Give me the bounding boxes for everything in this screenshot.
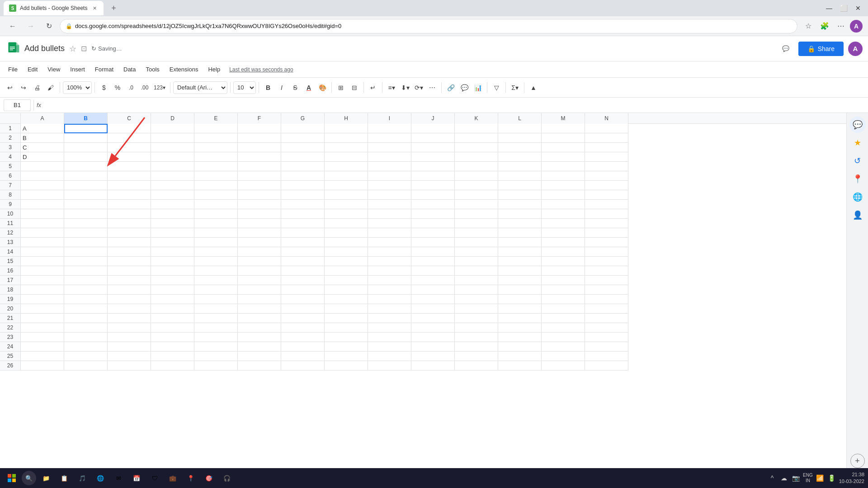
menu-format[interactable]: Format <box>90 64 118 75</box>
row-header-11[interactable]: 11 <box>0 219 21 228</box>
cell-F4[interactable] <box>238 152 281 162</box>
col-header-H[interactable]: H <box>325 113 368 124</box>
cell-E15[interactable] <box>194 257 238 266</box>
cell-K26[interactable] <box>455 361 498 371</box>
row-header-23[interactable]: 23 <box>0 333 21 342</box>
cell-H16[interactable] <box>325 266 368 276</box>
cell-I5[interactable] <box>368 162 411 171</box>
cell-I14[interactable] <box>368 247 411 257</box>
cell-K3[interactable] <box>455 143 498 152</box>
cell-G1[interactable] <box>281 124 325 133</box>
cell-H4[interactable] <box>325 152 368 162</box>
cell-K25[interactable] <box>455 352 498 361</box>
row-header-8[interactable]: 8 <box>0 190 21 200</box>
cell-J16[interactable] <box>411 266 455 276</box>
row-header-3[interactable]: 3 <box>0 143 21 152</box>
cell-F17[interactable] <box>238 276 281 285</box>
cell-A21[interactable] <box>21 314 64 323</box>
cell-F20[interactable] <box>238 304 281 314</box>
cell-B10[interactable] <box>64 209 108 219</box>
cell-I23[interactable] <box>368 333 411 342</box>
cell-F2[interactable] <box>238 133 281 143</box>
cell-N5[interactable] <box>585 162 628 171</box>
cell-K10[interactable] <box>455 209 498 219</box>
cell-N10[interactable] <box>585 209 628 219</box>
cell-L15[interactable] <box>498 257 542 266</box>
cell-A22[interactable] <box>21 323 64 333</box>
cell-H20[interactable] <box>325 304 368 314</box>
cell-L19[interactable] <box>498 295 542 304</box>
cell-B15[interactable] <box>64 257 108 266</box>
cell-D24[interactable] <box>151 342 194 352</box>
row-header-22[interactable]: 22 <box>0 323 21 333</box>
cell-J23[interactable] <box>411 333 455 342</box>
menu-extensions[interactable]: Extensions <box>165 64 203 75</box>
row-header-14[interactable]: 14 <box>0 247 21 257</box>
row-header-9[interactable]: 9 <box>0 200 21 209</box>
cell-J25[interactable] <box>411 352 455 361</box>
taskbar-office-icon[interactable]: 💼 <box>165 470 181 486</box>
sidebar-profile-icon[interactable]: 👤 <box>849 207 866 223</box>
cell-N14[interactable] <box>585 247 628 257</box>
row-header-10[interactable]: 10 <box>0 209 21 219</box>
cell-G16[interactable] <box>281 266 325 276</box>
cell-D3[interactable] <box>151 143 194 152</box>
cell-F14[interactable] <box>238 247 281 257</box>
cell-N26[interactable] <box>585 361 628 371</box>
strikethrough-button[interactable]: S <box>289 81 302 94</box>
cell-N9[interactable] <box>585 200 628 209</box>
cell-K5[interactable] <box>455 162 498 171</box>
cell-E13[interactable] <box>194 238 238 247</box>
tray-cloud-icon[interactable]: ☁ <box>779 474 788 483</box>
cell-I16[interactable] <box>368 266 411 276</box>
comment-button[interactable]: 💬 <box>778 41 794 57</box>
decimal-decrease-button[interactable]: .0 <box>125 81 137 94</box>
cell-J15[interactable] <box>411 257 455 266</box>
cell-C9[interactable] <box>108 200 151 209</box>
row-header-5[interactable]: 5 <box>0 162 21 171</box>
cell-N13[interactable] <box>585 238 628 247</box>
cell-A10[interactable] <box>21 209 64 219</box>
cell-F23[interactable] <box>238 333 281 342</box>
cell-N7[interactable] <box>585 181 628 190</box>
header-profile-button[interactable]: A <box>848 42 863 56</box>
more-button[interactable]: ⋯ <box>834 19 848 33</box>
cell-N11[interactable] <box>585 219 628 228</box>
col-header-E[interactable]: E <box>194 113 238 124</box>
address-bar[interactable]: 🔒 docs.google.com/spreadsheets/d/12jOZ5I… <box>60 19 797 33</box>
cell-M4[interactable] <box>542 152 585 162</box>
menu-file[interactable]: File <box>4 64 22 75</box>
cell-M24[interactable] <box>542 342 585 352</box>
cell-J20[interactable] <box>411 304 455 314</box>
cell-N20[interactable] <box>585 304 628 314</box>
cell-H21[interactable] <box>325 314 368 323</box>
col-header-L[interactable]: L <box>498 113 542 124</box>
italic-button[interactable]: I <box>275 81 288 94</box>
taskbar-edge-icon[interactable]: 🌐 <box>92 470 108 486</box>
cell-G12[interactable] <box>281 228 325 238</box>
cell-L6[interactable] <box>498 171 542 181</box>
cell-N6[interactable] <box>585 171 628 181</box>
cell-L3[interactable] <box>498 143 542 152</box>
row-header-13[interactable]: 13 <box>0 238 21 247</box>
cell-M15[interactable] <box>542 257 585 266</box>
cell-K12[interactable] <box>455 228 498 238</box>
cell-G26[interactable] <box>281 361 325 371</box>
cell-K18[interactable] <box>455 285 498 295</box>
cell-F22[interactable] <box>238 323 281 333</box>
close-button[interactable]: ✕ <box>852 2 864 14</box>
cell-I15[interactable] <box>368 257 411 266</box>
cell-I20[interactable] <box>368 304 411 314</box>
cell-I4[interactable] <box>368 152 411 162</box>
sidebar-star-icon[interactable]: ★ <box>849 135 866 151</box>
cell-E11[interactable] <box>194 219 238 228</box>
filter-button[interactable]: ▽ <box>490 81 503 94</box>
cell-B4[interactable] <box>64 152 108 162</box>
cell-G6[interactable] <box>281 171 325 181</box>
cell-F3[interactable] <box>238 143 281 152</box>
cell-C18[interactable] <box>108 285 151 295</box>
cell-A19[interactable] <box>21 295 64 304</box>
col-header-D[interactable]: D <box>151 113 194 124</box>
cell-D5[interactable] <box>151 162 194 171</box>
taskbar-spotify-icon[interactable]: 🎧 <box>219 470 235 486</box>
